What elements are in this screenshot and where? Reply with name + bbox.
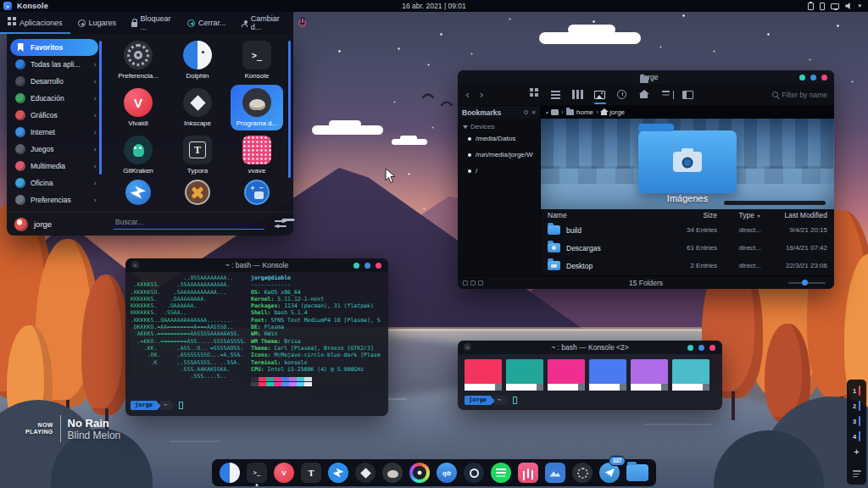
zoom-slider[interactable] — [788, 282, 826, 284]
column-modified[interactable]: Last Modified — [763, 211, 827, 219]
minimize-button[interactable] — [353, 263, 359, 269]
dock-files-icon[interactable] — [626, 464, 648, 481]
app-dolphin[interactable]: Dolphin — [171, 37, 224, 83]
file-row[interactable]: Descargas 61 Entries direct... 16/4/21 0… — [541, 239, 834, 257]
column-size[interactable]: Size — [663, 211, 717, 219]
history-button[interactable] — [615, 88, 629, 102]
dock-spotify-icon[interactable] — [491, 463, 511, 483]
devices-group[interactable]: Devices — [458, 119, 540, 130]
sidebar-item-favoritos[interactable]: Favoritos › — [10, 39, 98, 56]
file-row[interactable]: Desktop 2 Entries direct... 22/3/21 23:0… — [541, 257, 834, 274]
view-list-button[interactable] — [549, 88, 563, 102]
maximize-button[interactable] — [698, 345, 704, 351]
dock-telegram-icon[interactable]: 337 — [599, 463, 620, 483]
menu-lugares[interactable]: Lugares — [70, 12, 125, 34]
filter-settings-icon[interactable] — [275, 219, 287, 229]
app-konsole[interactable]: >_ Konsole — [231, 37, 283, 83]
konsole-2-titlebar[interactable]: > ~ : bash — Konsole <2> — [458, 341, 722, 354]
device-item[interactable]: /media/Datos — [458, 130, 540, 147]
menu-cambiar[interactable]: Cambiar d... — [234, 12, 289, 34]
dock-gimp-icon[interactable] — [382, 463, 403, 483]
volume-icon[interactable] — [845, 3, 852, 10]
back-button[interactable]: ‹ — [465, 90, 470, 100]
menu-bloquear[interactable]: Bloquear ... — [124, 12, 180, 34]
dock-typora-icon[interactable]: T — [301, 463, 321, 483]
dock-konsole-icon[interactable]: >_ — [247, 463, 267, 483]
close-button[interactable] — [376, 263, 381, 269]
dock-dolphin-icon[interactable] — [220, 463, 240, 483]
sidebar-item-graficos[interactable]: Gráficos › — [7, 107, 102, 124]
dock-steam-icon[interactable] — [464, 463, 484, 483]
dock-inkscape-icon[interactable] — [355, 463, 376, 483]
sidebar-item-oficina[interactable]: Oficina › — [7, 175, 102, 191]
close-button[interactable] — [821, 75, 827, 80]
clipboard-icon[interactable] — [808, 3, 814, 10]
device-item[interactable]: /run/media/jorge/W — [458, 147, 540, 163]
app-typora[interactable]: T Typora — [171, 132, 224, 178]
app-gitkraken[interactable]: GitKraken — [112, 132, 164, 178]
sidebar-item-juegos[interactable]: Juegos › — [7, 141, 102, 158]
sidebar-item-preferencias[interactable]: Preferencias › — [7, 191, 102, 208]
view-columns-button[interactable] — [571, 88, 585, 102]
panel-toggle-button[interactable] — [682, 88, 695, 102]
minimize-button[interactable] — [799, 75, 805, 80]
file-manager-titlebar[interactable]: jorge — [458, 70, 834, 84]
display-icon[interactable] — [831, 3, 839, 9]
category-scrollbar[interactable] — [99, 41, 102, 175]
desktop-4[interactable]: 4 — [853, 431, 860, 441]
dock-qbittorrent-icon[interactable]: qb — [437, 463, 457, 483]
device-icon[interactable] — [820, 3, 825, 10]
app-gimp[interactable]: Programa d... — [231, 85, 283, 130]
falkon-icon[interactable] — [125, 180, 151, 205]
forward-button[interactable]: › — [479, 90, 485, 100]
minimize-button[interactable] — [687, 345, 693, 351]
app-vivaldi[interactable]: V Vivaldi — [112, 85, 164, 130]
maximize-button[interactable] — [810, 75, 816, 80]
search-input[interactable]: Buscar... — [114, 216, 264, 230]
app-prefs[interactable]: Preferencia... — [112, 37, 164, 83]
sidebar-item-internet[interactable]: Internet › — [7, 124, 102, 141]
breadcrumb-segment[interactable]: jorge — [609, 108, 625, 116]
menu-cerrar[interactable]: Cerrar... — [180, 12, 234, 34]
add-desktop-button[interactable]: + — [854, 447, 859, 457]
column-name[interactable]: Name — [548, 211, 663, 219]
addons-icon[interactable] — [185, 180, 210, 205]
dock-falkon-icon[interactable] — [328, 463, 348, 483]
sidebar-item-educacion[interactable]: Educación › — [7, 90, 102, 107]
pin-icon[interactable] — [524, 110, 528, 114]
maximize-button[interactable] — [364, 263, 370, 269]
sort-button[interactable] — [659, 88, 673, 102]
user-avatar[interactable] — [14, 218, 28, 231]
filter-input[interactable]: Filter by name — [772, 91, 827, 99]
terminal-content[interactable]: ..OSSAAAAAAAA.. .KKKKSS. .SSAAAAAAAAAAAA… — [125, 272, 388, 416]
dock-vvave-icon[interactable] — [518, 463, 538, 483]
clock[interactable]: 16 abr. 2021 | 09:01 — [0, 2, 868, 10]
terminal-content[interactable]: jorge~ — [458, 354, 722, 410]
pager-menu-icon[interactable] — [853, 470, 861, 479]
view-preview-button[interactable] — [593, 88, 607, 102]
menu-aplicaciones[interactable]: Aplicaciones — [0, 12, 70, 34]
selected-folder-preview[interactable] — [638, 130, 737, 193]
now-playing-widget[interactable]: NOW PLAYING No Rain Blind Melon — [25, 415, 120, 442]
power-button[interactable] — [289, 12, 315, 34]
dock-wallpaper-icon[interactable] — [545, 463, 565, 483]
dock-colorring-icon[interactable] — [409, 463, 430, 483]
desktop-1[interactable]: 1 — [853, 385, 860, 396]
close-panel-icon[interactable]: × — [531, 109, 536, 116]
desktop-2[interactable]: 2 — [853, 401, 860, 411]
app-inkscape[interactable]: Inkscape — [171, 85, 224, 130]
close-button[interactable] — [709, 345, 715, 351]
kcalc-icon[interactable] — [244, 180, 270, 205]
device-item[interactable]: / — [458, 163, 540, 179]
app-grid-scrollbar[interactable] — [288, 41, 291, 178]
sidebar-item-multimedia[interactable]: Multimedia › — [7, 158, 102, 175]
column-type[interactable]: Type — [717, 211, 754, 219]
desktop-3[interactable]: 3 — [853, 416, 860, 426]
breadcrumb-segment[interactable]: home — [576, 108, 593, 116]
tray-expand-icon[interactable]: ▾ — [858, 3, 861, 9]
sidebar-item-desarrollo[interactable]: Desarrollo › — [7, 73, 102, 90]
app-vvave[interactable]: vvave — [231, 132, 283, 178]
view-grid-button[interactable] — [527, 88, 541, 102]
konsole-titlebar[interactable]: > ~ : bash — Konsole — [125, 258, 388, 272]
sidebar-item-todas-las-aplicaciones[interactable]: Todas las apli... › — [7, 56, 102, 73]
